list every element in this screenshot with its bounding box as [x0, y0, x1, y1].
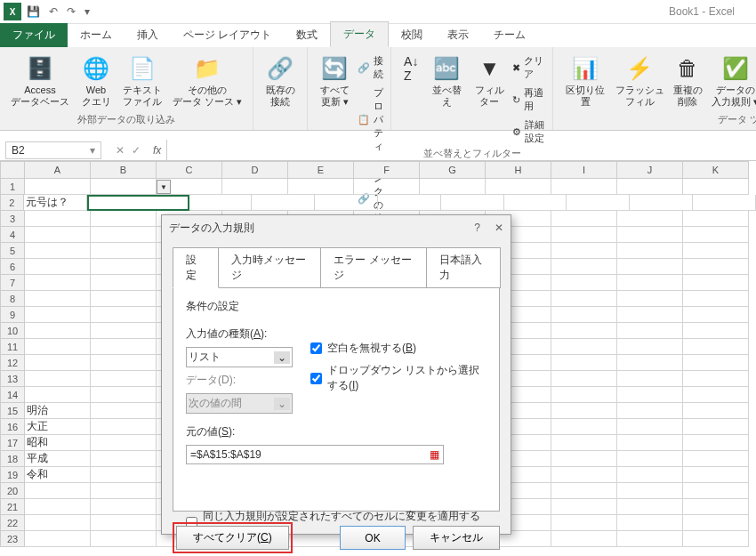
cell[interactable]: 令和 — [25, 467, 91, 483]
cell[interactable] — [551, 387, 617, 403]
cell[interactable] — [617, 435, 683, 451]
cell[interactable] — [683, 419, 749, 435]
cell[interactable] — [91, 355, 157, 371]
row-header[interactable]: 14 — [0, 387, 25, 403]
cell[interactable] — [551, 403, 617, 419]
cell[interactable] — [189, 195, 253, 211]
cell[interactable] — [25, 499, 91, 515]
from-text-button[interactable]: 📄テキスト ファイル — [119, 52, 165, 109]
cell[interactable] — [683, 499, 749, 515]
cell[interactable] — [617, 499, 683, 515]
cell[interactable] — [683, 211, 749, 227]
tab-file[interactable]: ファイル — [0, 23, 68, 47]
row-header[interactable]: 16 — [0, 419, 25, 435]
ignore-blank-checkbox[interactable]: 空白を無視する(B) — [310, 341, 487, 356]
row-header[interactable]: 6 — [0, 259, 25, 275]
cell[interactable] — [551, 227, 617, 243]
cell[interactable] — [25, 307, 91, 323]
sort-az-button[interactable]: A↓Z — [398, 52, 423, 85]
cell[interactable] — [91, 227, 157, 243]
cell[interactable] — [617, 403, 683, 419]
cell[interactable] — [617, 531, 683, 547]
cell[interactable] — [91, 339, 157, 355]
dialog-tab-error[interactable]: エラー メッセージ — [320, 247, 427, 288]
select-all-corner[interactable] — [0, 161, 25, 179]
cell[interactable] — [551, 323, 617, 339]
cell[interactable] — [551, 259, 617, 275]
tab-team[interactable]: チーム — [481, 23, 538, 47]
data-validation-button[interactable]: ✅データの 入力規則 ▾ — [711, 52, 756, 109]
row-header[interactable]: 19 — [0, 467, 25, 483]
in-cell-dropdown-checkbox[interactable]: ドロップダウン リストから選択する(I) — [310, 363, 487, 393]
cell[interactable] — [551, 179, 617, 195]
cell[interactable]: 昭和 — [25, 435, 91, 451]
tab-home[interactable]: ホーム — [68, 23, 125, 47]
cancel-button[interactable]: キャンセル — [413, 526, 500, 550]
cell[interactable] — [551, 275, 617, 291]
cell[interactable] — [25, 259, 91, 275]
allow-dropdown[interactable]: リスト⌄ — [186, 347, 293, 367]
cell[interactable] — [617, 259, 683, 275]
cell[interactable] — [91, 211, 157, 227]
name-box[interactable]: B2▾ — [5, 141, 101, 159]
tab-insert[interactable]: 挿入 — [125, 23, 171, 47]
cell[interactable] — [551, 483, 617, 499]
dialog-tab-settings[interactable]: 設定 — [173, 247, 219, 288]
ok-button[interactable]: OK — [340, 526, 406, 550]
cell[interactable] — [91, 499, 157, 515]
cell[interactable] — [91, 451, 157, 467]
cell[interactable] — [25, 211, 91, 227]
formula-bar[interactable] — [166, 140, 756, 160]
row-header[interactable]: 5 — [0, 243, 25, 259]
col-header[interactable]: B — [91, 161, 157, 179]
dialog-tab-input[interactable]: 入力時メッセージ — [218, 247, 322, 288]
row-header[interactable]: 11 — [0, 339, 25, 355]
row-header[interactable]: 21 — [0, 499, 25, 515]
row-header[interactable]: 4 — [0, 227, 25, 243]
cell[interactable] — [683, 355, 749, 371]
cell[interactable] — [25, 291, 91, 307]
cell[interactable] — [25, 371, 91, 387]
cell[interactable] — [693, 195, 756, 211]
cell[interactable] — [617, 291, 683, 307]
cell[interactable] — [617, 179, 683, 195]
cell[interactable] — [288, 179, 354, 195]
row-header[interactable]: 2 — [0, 195, 24, 211]
filter-button[interactable]: ▼フィルター — [470, 52, 509, 109]
col-header[interactable]: J — [617, 161, 683, 179]
col-header[interactable]: I — [551, 161, 617, 179]
cell[interactable] — [683, 323, 749, 339]
cell[interactable] — [617, 515, 683, 531]
row-header[interactable]: 22 — [0, 515, 25, 531]
from-other-button[interactable]: 📁その他の データ ソース ▾ — [169, 52, 245, 109]
col-header[interactable]: K — [683, 161, 749, 179]
cell[interactable] — [617, 483, 683, 499]
cell[interactable] — [567, 195, 630, 211]
cell[interactable] — [91, 403, 157, 419]
range-picker-icon[interactable]: ▦ — [430, 448, 439, 461]
cell[interactable] — [91, 387, 157, 403]
cell[interactable] — [25, 227, 91, 243]
cell[interactable] — [630, 195, 693, 211]
cell[interactable] — [91, 307, 157, 323]
cell[interactable] — [91, 179, 157, 195]
existing-connections-button[interactable]: 🔗既存の 接続 — [261, 52, 300, 109]
cell[interactable] — [683, 227, 749, 243]
cell[interactable] — [315, 195, 378, 211]
cell[interactable] — [25, 179, 91, 195]
cell[interactable] — [252, 195, 315, 211]
reapply-button[interactable]: ↻ 再適用 — [512, 85, 545, 115]
cell[interactable] — [420, 179, 486, 195]
cancel-formula-icon[interactable]: ✕ — [116, 144, 125, 157]
cell[interactable] — [617, 387, 683, 403]
cell[interactable] — [25, 339, 91, 355]
sort-button[interactable]: 🔤並べ替え — [427, 52, 466, 109]
cell[interactable] — [551, 355, 617, 371]
close-icon[interactable]: ✕ — [495, 222, 503, 234]
cell[interactable] — [222, 179, 288, 195]
cell[interactable] — [551, 307, 617, 323]
cell[interactable] — [683, 451, 749, 467]
cell[interactable] — [683, 259, 749, 275]
row-header[interactable]: 3 — [0, 211, 25, 227]
cell[interactable] — [683, 467, 749, 483]
